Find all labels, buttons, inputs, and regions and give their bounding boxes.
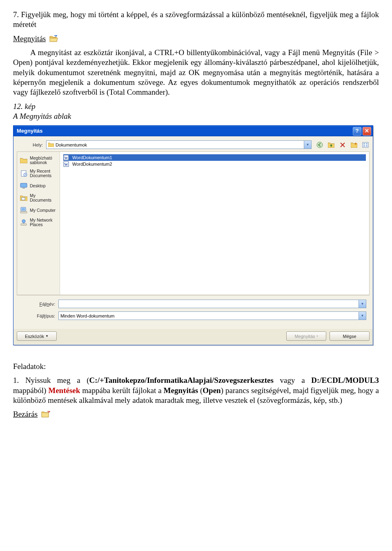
open-heading-row: Megnyitás (13, 34, 379, 44)
task-7-text: 7. Figyeljük meg, hogy mi történt a képp… (13, 10, 379, 30)
dialog-main: Megbízható sablonok My Recent Documents … (17, 151, 370, 295)
place-trusted-templates[interactable]: Megbízható sablonok (19, 154, 58, 167)
location-label: Hely: (17, 142, 46, 148)
filetype-label: Fájltípus: (20, 313, 58, 319)
svg-rect-15 (21, 224, 27, 225)
place-recent-documents[interactable]: My Recent Documents (19, 167, 58, 180)
desktop-icon (20, 182, 28, 189)
dialog-titlebar[interactable]: Megnyitás ? ✕ (13, 126, 373, 136)
svg-rect-5 (366, 145, 368, 147)
new-folder-icon[interactable] (350, 141, 358, 149)
open-dialog: Megnyitás ? ✕ Hely: Dokumentumok ▼ (13, 125, 373, 345)
filename-combo[interactable]: ▼ (58, 300, 366, 308)
svg-rect-10 (22, 198, 25, 200)
open-folder-icon (49, 35, 58, 42)
chevron-down-icon[interactable]: ▼ (359, 300, 366, 308)
filetype-combo[interactable]: Minden Word-dokumentum ▼ (58, 311, 366, 320)
close-folder-icon (41, 411, 50, 418)
computer-icon (20, 207, 28, 214)
place-my-documents[interactable]: My Documents (19, 192, 58, 204)
word-doc-icon: W (63, 155, 69, 160)
figure-number: 12. kép (13, 102, 379, 111)
network-icon (20, 219, 28, 226)
file-item[interactable]: W WordDokumentum1 (63, 154, 366, 161)
dialog-bottom: Fájlnév: ▼ Fájltípus: Minden Word-dokume… (17, 295, 370, 320)
dialog-title: Megnyitás (17, 128, 43, 135)
svg-rect-8 (20, 183, 27, 187)
delete-icon[interactable] (339, 141, 347, 149)
folder-icon (48, 142, 54, 147)
location-combo[interactable]: Dokumentumok ▼ (46, 140, 312, 149)
place-my-computer[interactable]: My Computer (19, 205, 58, 216)
cancel-button[interactable]: Mégse (330, 331, 370, 341)
help-button[interactable]: ? (353, 127, 361, 136)
dialog-body: Hely: Dokumentumok ▼ Megbízható sa (13, 136, 373, 329)
filename-row: Fájlnév: ▼ (20, 300, 366, 308)
location-value: Dokumentumok (56, 142, 87, 148)
svg-rect-12 (22, 208, 25, 210)
open-heading: Megnyitás (13, 34, 46, 43)
figure-caption: A Megnyitás ablak (13, 111, 379, 121)
close-heading: Bezárás (13, 410, 38, 418)
folder-icon (20, 157, 28, 164)
back-icon[interactable] (316, 141, 324, 149)
nav-icons (316, 141, 370, 149)
open-body: A megnyitást az eszköztár ikonjával, a C… (13, 48, 379, 98)
place-my-network[interactable]: My Network Places (19, 216, 58, 229)
file-item[interactable]: W WordDokumentum2 (63, 161, 366, 167)
feladatok-heading: Feladatok: (13, 362, 379, 371)
chevron-down-icon[interactable]: ▼ (359, 312, 366, 320)
filetype-row: Fájltípus: Minden Word-dokumentum ▼ (20, 311, 366, 320)
open-button[interactable]: Megnyitás ▾ (286, 331, 326, 341)
place-desktop[interactable]: Desktop (19, 180, 58, 191)
svg-rect-3 (366, 143, 368, 144)
task-1-text: 1. Nyissuk meg a (C:/+Tanitokepzo/Inform… (13, 375, 379, 405)
places-bar: Megbízható sablonok My Recent Documents … (17, 152, 60, 295)
tools-button[interactable]: Eszközök ▼ (17, 331, 57, 341)
svg-rect-13 (20, 211, 27, 213)
svg-point-14 (22, 220, 25, 223)
svg-rect-4 (363, 145, 365, 147)
filename-label: Fájlnév: (20, 301, 58, 307)
dialog-buttons: Eszközök ▼ Megnyitás ▾ Mégse (13, 329, 373, 345)
svg-text:W: W (65, 156, 68, 160)
file-list[interactable]: W WordDokumentum1 W WordDokumentum2 (60, 152, 369, 295)
up-folder-icon[interactable] (327, 141, 335, 149)
svg-rect-9 (22, 188, 25, 189)
svg-rect-1 (363, 142, 368, 147)
location-row: Hely: Dokumentumok ▼ (17, 140, 370, 149)
views-icon[interactable] (361, 141, 370, 149)
svg-point-0 (317, 142, 323, 148)
word-doc-icon: W (63, 161, 69, 167)
recent-icon (20, 170, 28, 177)
filetype-value: Minden Word-dokumentum (60, 313, 114, 319)
chevron-down-icon[interactable]: ▼ (304, 141, 311, 149)
close-heading-row: Bezárás (13, 409, 379, 419)
svg-text:W: W (65, 162, 68, 167)
mydocs-icon (20, 194, 28, 202)
close-button[interactable]: ✕ (363, 127, 371, 136)
svg-rect-2 (363, 143, 365, 144)
